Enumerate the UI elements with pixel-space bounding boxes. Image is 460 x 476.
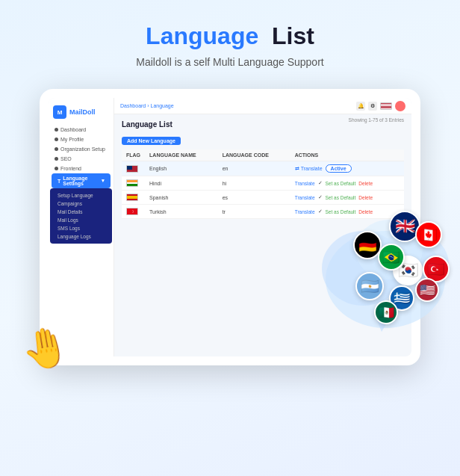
notification-icon[interactable]: 🔔	[356, 102, 365, 111]
flag-br: 🇧🇷	[378, 244, 405, 271]
table-row: Hindi hi Translate ✓ Set as Default Dele…	[122, 176, 404, 191]
language-flag-icon[interactable]	[380, 102, 392, 110]
nav-dot	[55, 137, 58, 141]
table-header: FLAG LANGUAGE NAME LANGUAGE CODE ACTIONS	[122, 149, 404, 161]
flag-in-icon	[126, 179, 138, 187]
flag-mx: 🇲🇽	[374, 300, 398, 324]
hand-pointer-decoration: 🤚	[17, 322, 73, 375]
sidebar-logo: M MailDoll	[49, 102, 114, 125]
t-icon: T	[58, 179, 60, 184]
sidebar-submenu-item-smslogs[interactable]: SMS Logs	[50, 224, 112, 232]
sidebar-item-seo[interactable]: SEO	[49, 154, 114, 164]
sidebar: M MailDoll Dashboard My Profile Organiza…	[49, 98, 114, 356]
flag-cell-hi	[122, 176, 145, 191]
top-bar-icons: 🔔 ⚙	[356, 101, 405, 111]
device-container: M MailDoll Dashboard My Profile Organiza…	[0, 89, 460, 365]
actions-en: ⇄ Translate Active	[290, 161, 404, 176]
language-name-en: English	[145, 161, 218, 176]
page-title: Language List	[15, 22, 445, 50]
add-language-button[interactable]: Add New Language	[122, 137, 181, 145]
actions-row-en: ⇄ Translate Active	[295, 164, 400, 173]
flag-cell-en	[122, 161, 145, 176]
nav-dot	[55, 147, 58, 151]
default-link-hi[interactable]: Set as Default	[326, 181, 356, 186]
title-normal: List	[272, 22, 314, 49]
breadcrumb-root: Dashboard	[120, 103, 146, 108]
page-subtitle: Maildoll is a self Multi Language Suppor…	[15, 56, 445, 68]
logo-text: MailDoll	[69, 108, 96, 116]
flag-ar: 🇦🇷	[355, 272, 384, 300]
actions-hi: Translate ✓ Set as Default Delete	[290, 176, 404, 191]
flag-us-deco: 🇺🇸	[415, 278, 439, 302]
flag-us-icon	[126, 165, 138, 173]
nav-dot	[55, 157, 58, 161]
action-links-hi: Translate ✓ Set as Default Delete	[295, 180, 400, 186]
language-name-es: Spanish	[145, 191, 218, 205]
language-code-en: en	[218, 161, 290, 176]
sidebar-item-frontend[interactable]: Frontend	[49, 164, 114, 173]
nav-dot	[55, 128, 58, 132]
flag-cell-es	[122, 191, 145, 205]
language-name-hi: Hindi	[145, 176, 218, 191]
sidebar-item-profile[interactable]: My Profile	[49, 135, 114, 144]
page-header: Language List Maildoll is a self Multi L…	[0, 0, 460, 89]
sidebar-item-language[interactable]: T Language Settings ▾	[52, 173, 111, 188]
language-code-tr: tr	[218, 205, 290, 219]
sidebar-submenu-item-langlogs[interactable]: Language Logs	[50, 232, 112, 241]
title-highlight: Language	[146, 22, 258, 49]
flag-cell-tr: ☽	[122, 205, 145, 219]
sidebar-submenu-item-campaigns[interactable]: Campaigns	[50, 200, 112, 208]
translate-link-hi[interactable]: Translate	[295, 181, 315, 186]
sidebar-item-org[interactable]: Organization Setup	[49, 144, 114, 154]
col-code: LANGUAGE CODE	[218, 149, 290, 161]
col-flag: FLAG	[122, 149, 145, 161]
breadcrumb: Dashboard › Language	[120, 103, 174, 108]
sidebar-submenu-item-maillogs[interactable]: Mail Logs	[50, 216, 112, 224]
nav-dot	[55, 167, 58, 170]
breadcrumb-current: Language	[150, 103, 173, 108]
delete-link-hi[interactable]: Delete	[358, 181, 373, 186]
language-name-tr: Turkish	[145, 205, 218, 219]
active-badge-en[interactable]: Active	[326, 164, 352, 173]
action-bar: Add New Language Showing 1-75 of 3 Entri…	[122, 132, 404, 149]
flag-es-icon	[126, 194, 138, 201]
table-header-row: FLAG LANGUAGE NAME LANGUAGE CODE ACTIONS	[122, 149, 404, 161]
sidebar-submenu-item-setup[interactable]: Setup Language	[50, 191, 112, 200]
showing-text: Showing 1-75 of 3 Entries	[349, 117, 404, 123]
language-code-hi: hi	[218, 176, 290, 191]
translate-button-en[interactable]: ⇄ Translate	[295, 166, 323, 172]
language-code-es: es	[218, 191, 290, 205]
sidebar-submenu: Setup Language Campaigns Mail Details Ma…	[50, 188, 112, 244]
table-row: English en ⇄ Translate Active	[122, 161, 404, 176]
col-actions: ACTIONS	[290, 149, 404, 161]
flag-ca: 🇨🇦	[415, 221, 442, 248]
sidebar-item-dashboard[interactable]: Dashboard	[49, 125, 114, 135]
logo-icon: M	[53, 105, 66, 119]
col-name: LANGUAGE NAME	[145, 149, 218, 161]
settings-icon[interactable]: ⚙	[368, 102, 377, 111]
flag-tr-icon: ☽	[126, 208, 138, 215]
translate-icon: ⇄	[295, 166, 299, 172]
top-bar: Dashboard › Language 🔔 ⚙	[114, 98, 411, 114]
flag-cloud-decoration: 🇬🇧 🇩🇪 🇰🇷 🇨🇦 🇹🇷 🇦🇷 🇬🇷 🇧🇷 🇺🇸 🇲🇽	[307, 190, 456, 354]
sidebar-submenu-item-maildetails[interactable]: Mail Details	[50, 208, 112, 216]
user-avatar[interactable]	[395, 101, 405, 111]
